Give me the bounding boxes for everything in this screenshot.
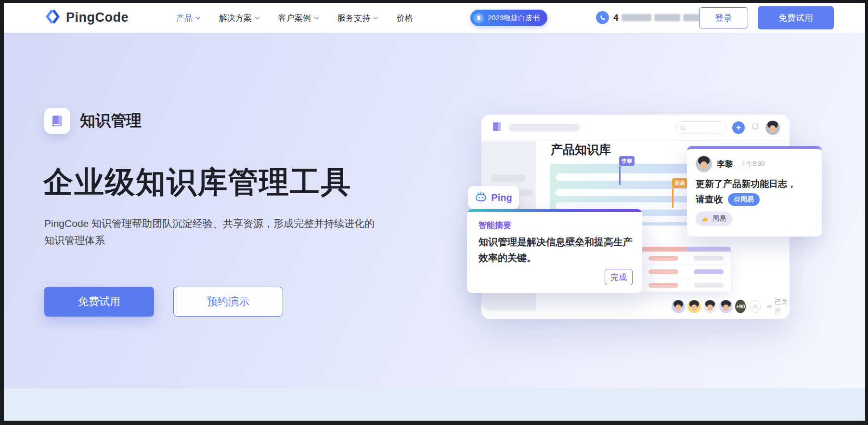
avatar [765,120,780,135]
collab-cursor-zhouyi: 周易 [672,178,687,208]
person-icon [750,300,760,313]
nav-item-products[interactable]: 产品 [176,13,201,24]
chat-header: 李黎 上午9:30 [696,156,813,172]
whitepaper-badge-label: 2023敏捷白皮书 [488,13,540,23]
cursor-flag-label: 李黎 [619,156,635,166]
contact-phone[interactable]: 4 [596,11,707,24]
avatar [687,300,701,313]
main-nav: 产品 解决方案 客户案例 服务支持 价格 [176,3,413,33]
avatar [719,300,733,313]
summary-body: 知识管理是解决信息壁垒和提高生产效率的关键。 [479,234,635,266]
book-icon [491,121,503,134]
summary-title: 智能摘要 [479,220,511,231]
product-illustration: + 产品知识库 李黎 [4,3,865,421]
nav-label: 价格 [397,13,413,24]
ping-bot-chip: Ping [468,186,519,209]
avatar-overflow-count: +90 [735,300,746,313]
robot-icon [475,190,487,205]
avatar [703,300,717,313]
eye-icon [767,303,773,310]
cursor-stem [672,188,674,208]
brand-name: PingCode [66,10,129,25]
mention-pill: @周易 [728,193,760,206]
phone-icon [596,11,609,24]
chat-notification-card: 李黎 上午9:30 更新了产品新功能日志， 请查收 @周易 周易 [687,146,822,237]
collab-cursor-lili: 李黎 [619,156,635,185]
bell-icon [751,122,760,133]
phone-number-redacted [622,14,651,21]
mock-table-card [641,247,731,292]
chevron-down-icon [373,16,378,20]
gradient-bar [467,209,642,212]
table-header [641,247,731,252]
top-navbar: PingCode 产品 解决方案 客户案例 服务支持 价格 [4,3,865,33]
chat-message-line: 请查收 @周易 [696,193,813,206]
nav-item-support[interactable]: 服务支持 [337,13,378,24]
phone-number-redacted [654,14,680,21]
table-row [641,252,731,265]
screenshot-frame: PingCode 产品 解决方案 客户案例 服务支持 价格 [0,0,868,425]
nav-label: 解决方案 [219,13,252,24]
phone-number: 4 [613,13,707,23]
nav-label: 服务支持 [337,13,370,24]
plus-icon: + [732,121,745,134]
search-input [675,121,726,134]
page: PingCode 产品 解决方案 客户案例 服务支持 价格 [4,3,865,421]
nav-label: 客户案例 [278,13,311,24]
mock-window-topbar: + [481,115,790,141]
table-row [641,279,731,292]
followed-label: 已关注 [775,298,790,315]
nav-item-customers[interactable]: 客户案例 [278,13,319,24]
followed-status: 已关注 [767,298,790,315]
followers-row: +90 已关注 [672,298,790,315]
chat-message-line: 更新了产品新功能日志， [696,178,813,190]
chat-message-text: 请查收 [696,193,723,206]
chevron-down-icon [255,16,260,20]
search-icon [680,125,686,131]
book-icon [474,13,484,23]
cursor-flag-label: 周易 [672,178,687,188]
chevron-down-icon [314,16,319,20]
doc-title: 产品知识库 [551,142,611,158]
ping-bot-label: Ping [491,192,512,203]
free-trial-button-header[interactable]: 免费试用 [758,6,834,29]
thumbs-up-icon [702,215,709,223]
table-row [641,265,731,279]
smart-summary-card: 智能摘要 知识管理是解决信息壁垒和提高生产效率的关键。 完成 [467,209,642,293]
done-button: 完成 [605,269,633,285]
avatar [696,156,712,172]
login-button[interactable]: 登录 [699,7,748,28]
chevron-down-icon [195,16,201,20]
reaction-pill: 周易 [696,212,732,226]
pingcode-logo[interactable]: PingCode [44,8,129,27]
nav-item-pricing[interactable]: 价格 [397,13,413,24]
cursor-stem [619,166,621,185]
whitepaper-badge[interactable]: 2023敏捷白皮书 [470,10,547,26]
nav-item-solutions[interactable]: 解决方案 [219,13,260,24]
avatar [672,300,685,313]
pingcode-logo-icon [44,8,61,27]
chat-sender-name: 李黎 [717,159,733,170]
placeholder-bar [508,124,580,132]
reaction-label: 周易 [713,214,726,223]
phone-number-prefix: 4 [613,13,619,23]
nav-label: 产品 [176,13,193,24]
chat-timestamp: 上午9:30 [740,159,764,168]
placeholder-bar [491,175,526,182]
